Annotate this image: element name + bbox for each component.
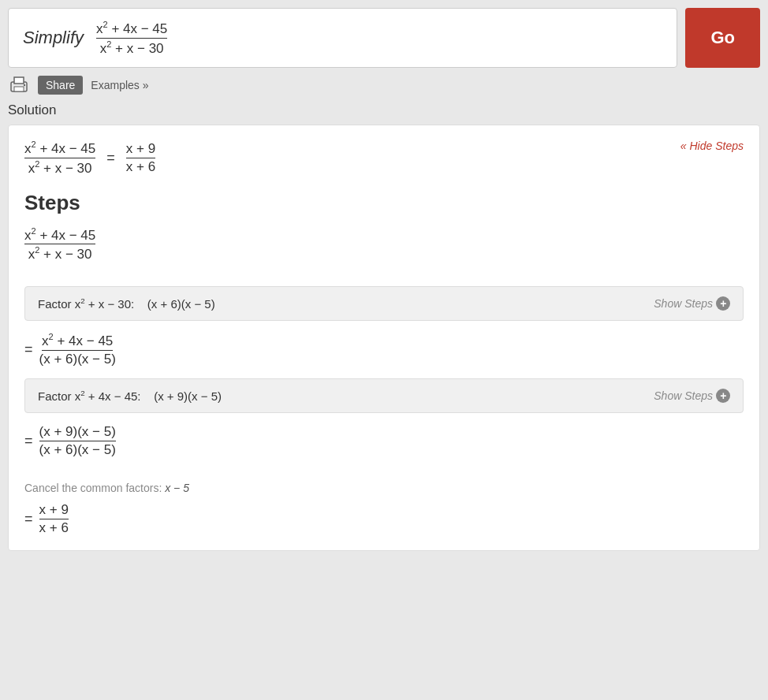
show-steps-2-label: Show Steps [654, 389, 713, 402]
go-button[interactable]: Go [685, 8, 760, 68]
toolbar: Share Examples » [8, 76, 760, 95]
show-steps-1-icon: + [716, 296, 730, 311]
simplify-label: Simplify [23, 28, 84, 48]
factor1-label: Factor x2 + x − 30: (x + 6)(x − 5) [38, 297, 215, 311]
lhs-denominator: x2 + x − 30 [28, 158, 92, 177]
show-steps-2-icon: + [716, 389, 730, 403]
show-steps-2-link[interactable]: Show Steps + [654, 389, 730, 403]
share-button[interactable]: Share [38, 76, 83, 95]
factor-row-1: Factor x2 + x − 30: (x + 6)(x − 5) Show … [24, 286, 744, 321]
factor-row-2: Factor x2 + 4x − 45: (x + 9)(x − 5) Show… [24, 378, 744, 413]
top-bar: Simplify x2 + 4x − 45 x2 + x − 30 Go [8, 8, 760, 68]
equals-row-2: = (x + 9)(x − 5) (x + 6)(x − 5) [24, 424, 744, 458]
svg-rect-1 [14, 87, 24, 91]
svg-rect-2 [14, 77, 24, 84]
solution-box: x2 + 4x − 45 x2 + x − 30 = x + 9 x + 6 «… [8, 125, 760, 550]
eq-sign-1: = [24, 341, 33, 358]
equals-sign: = [106, 150, 115, 166]
solution-label: Solution [8, 102, 760, 118]
step1-fraction: x2 + 4x − 45 x2 + x − 30 [24, 226, 95, 262]
hide-steps-link[interactable]: « Hide Steps [680, 140, 744, 152]
lhs-numerator: x2 + 4x − 45 [24, 140, 95, 158]
step2-numerator: x2 + 4x − 45 [42, 332, 113, 351]
step-fraction-standalone: x2 + 4x − 45 x2 + x − 30 [24, 226, 744, 262]
final-fraction: x + 9 x + 6 [39, 502, 69, 536]
final-eq-sign: = [24, 511, 33, 527]
steps-heading: Steps [24, 191, 744, 215]
cancel-expr: x − 5 [165, 482, 189, 494]
rhs-numerator: x + 9 [126, 141, 155, 158]
eq-sign-2: = [24, 433, 33, 449]
step3-fraction: (x + 9)(x − 5) (x + 6)(x − 5) [39, 424, 116, 458]
factor1-content: Factor x2 + x − 30: (x + 6)(x − 5) [38, 296, 215, 311]
show-steps-1-link[interactable]: Show Steps + [654, 296, 730, 311]
result-row: x2 + 4x − 45 x2 + x − 30 = x + 9 x + 6 «… [24, 140, 744, 176]
factor2-content: Factor x2 + 4x − 45: (x + 9)(x − 5) [38, 389, 222, 403]
result-equation: x2 + 4x − 45 x2 + x − 30 = x + 9 x + 6 [24, 140, 155, 176]
rhs-denominator: x + 6 [126, 158, 155, 175]
equals-row-1: = x2 + 4x − 45 (x + 6)(x − 5) [24, 332, 744, 367]
lhs-fraction: x2 + 4x − 45 x2 + x − 30 [24, 140, 95, 176]
step3-numerator: (x + 9)(x − 5) [39, 424, 116, 441]
cancel-text: Cancel the common factors: x − 5 [24, 482, 744, 494]
final-result: = x + 9 x + 6 [24, 502, 744, 536]
step3-denominator: (x + 6)(x − 5) [39, 441, 116, 458]
input-numerator: x2 + 4x − 45 [96, 20, 167, 39]
cancel-label: Cancel the common factors: [24, 482, 162, 494]
step2-denominator: (x + 6)(x − 5) [39, 351, 116, 367]
input-fraction: x2 + 4x − 45 x2 + x − 30 [96, 20, 167, 56]
final-numerator: x + 9 [39, 502, 69, 519]
show-steps-1-label: Show Steps [654, 297, 713, 310]
step1-denominator: x2 + x − 30 [28, 244, 92, 262]
step2-fraction: x2 + 4x − 45 (x + 6)(x − 5) [39, 332, 116, 367]
print-icon[interactable] [8, 76, 30, 95]
step1-numerator: x2 + 4x − 45 [24, 226, 95, 245]
rhs-fraction: x + 9 x + 6 [126, 141, 155, 175]
input-denominator: x2 + x − 30 [100, 39, 164, 57]
input-box: Simplify x2 + 4x − 45 x2 + x − 30 [8, 8, 677, 68]
examples-link[interactable]: Examples » [91, 79, 148, 91]
final-denominator: x + 6 [39, 519, 69, 536]
factor2-label: Factor x2 + 4x − 45: (x + 9)(x − 5) [38, 389, 222, 403]
svg-point-3 [24, 84, 25, 86]
